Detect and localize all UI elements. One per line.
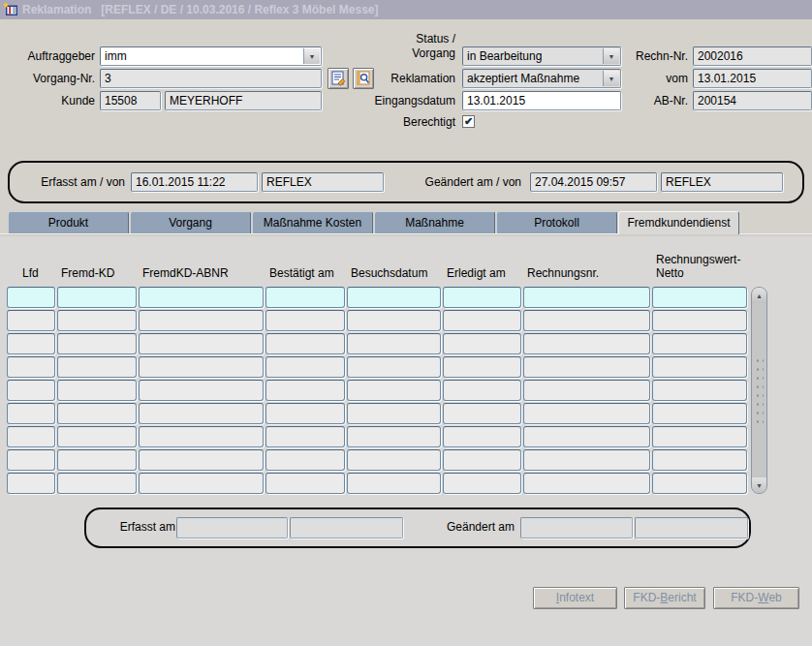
geaendert-user-field[interactable]: REFLEX: [661, 172, 783, 192]
table-cell-rechnungswert-netto[interactable]: [652, 380, 747, 401]
kunde-name-field[interactable]: MEYERHOFF: [165, 91, 322, 110]
table-cell-fremd-kd[interactable]: [57, 449, 137, 471]
table-cell-bestätigt-am[interactable]: [265, 356, 345, 378]
erfasst-am-user-field[interactable]: [290, 517, 403, 538]
scroll-up-icon[interactable]: ▲: [752, 288, 766, 303]
table-cell-lfd[interactable]: [7, 403, 55, 424]
eingangsdatum-field[interactable]: 13.01.2015: [462, 91, 621, 110]
table-cell-bestätigt-am[interactable]: [265, 403, 345, 424]
table-cell-fremdkd-abnr[interactable]: [139, 426, 264, 447]
table-cell-bestätigt-am[interactable]: [265, 287, 345, 308]
table-cell-rechnungswert-netto[interactable]: [652, 403, 747, 424]
table-cell-rechnungsnr[interactable]: [523, 380, 650, 401]
table-cell-lfd[interactable]: [7, 287, 55, 308]
table-cell-rechnungsnr[interactable]: [523, 310, 650, 331]
table-cell-fremdkd-abnr[interactable]: [139, 356, 264, 378]
table-cell-fremdkd-abnr[interactable]: [139, 287, 264, 308]
table-cell-besuchsdatum[interactable]: [347, 287, 441, 308]
geaendert-am-datum-field[interactable]: [520, 517, 633, 538]
status-vorgang-select[interactable]: in Bearbeitung ▼: [462, 46, 621, 66]
tab-produkt[interactable]: Produkt: [8, 211, 129, 233]
table-cell-erledigt-am[interactable]: [443, 287, 521, 308]
table-cell-besuchsdatum[interactable]: [347, 310, 441, 331]
erfasst-am-datum-field[interactable]: [176, 517, 288, 538]
tab-maßnahme[interactable]: Maßnahme: [374, 211, 495, 233]
scrollbar-grip[interactable]: [755, 356, 764, 426]
erfasst-user-field[interactable]: REFLEX: [262, 172, 384, 192]
table-cell-rechnungswert-netto[interactable]: [652, 426, 747, 447]
fkd-bericht-button[interactable]: FKD-Bericht: [624, 587, 705, 609]
table-cell-lfd[interactable]: [7, 356, 55, 378]
table-cell-besuchsdatum[interactable]: [347, 426, 441, 447]
table-cell-fremd-kd[interactable]: [57, 380, 137, 401]
scroll-down-icon[interactable]: ▼: [752, 477, 766, 493]
find-icon-button[interactable]: [353, 68, 374, 89]
table-cell-fremd-kd[interactable]: [57, 356, 137, 378]
table-cell-erledigt-am[interactable]: [443, 403, 521, 424]
tab-vorgang[interactable]: Vorgang: [130, 211, 251, 233]
table-cell-besuchsdatum[interactable]: [347, 403, 441, 424]
chevron-down-icon[interactable]: ▼: [603, 48, 619, 64]
vorgang-nr-field[interactable]: 3: [100, 69, 322, 88]
table-cell-rechnungswert-netto[interactable]: [652, 333, 747, 354]
table-cell-erledigt-am[interactable]: [443, 380, 521, 401]
table-scrollbar[interactable]: ▲ ▼: [751, 287, 767, 494]
edit-list-icon-button[interactable]: [328, 68, 349, 89]
tab-protokoll[interactable]: Protokoll: [496, 211, 617, 233]
table-cell-fremdkd-abnr[interactable]: [139, 403, 264, 424]
scrollbar-track[interactable]: [752, 303, 766, 477]
table-cell-bestätigt-am[interactable]: [265, 473, 345, 494]
berechtigt-checkbox[interactable]: ✔: [462, 115, 475, 128]
table-cell-besuchsdatum[interactable]: [347, 473, 441, 494]
chevron-down-icon[interactable]: ▼: [603, 71, 619, 86]
table-cell-besuchsdatum[interactable]: [347, 380, 441, 401]
table-cell-fremdkd-abnr[interactable]: [139, 449, 264, 471]
table-cell-fremd-kd[interactable]: [57, 473, 137, 494]
table-cell-rechnungswert-netto[interactable]: [652, 310, 747, 331]
table-cell-rechnungsnr[interactable]: [523, 473, 650, 494]
ab-nr-field[interactable]: 200154: [693, 91, 812, 110]
table-cell-besuchsdatum[interactable]: [347, 333, 441, 354]
table-cell-erledigt-am[interactable]: [443, 333, 521, 354]
table-cell-besuchsdatum[interactable]: [347, 449, 441, 471]
table-cell-rechnungsnr[interactable]: [523, 287, 650, 308]
tab-fremdkundendienst[interactable]: Fremdkundendienst: [618, 211, 739, 234]
table-cell-bestätigt-am[interactable]: [265, 426, 345, 447]
chevron-down-icon[interactable]: ▼: [303, 48, 320, 64]
table-cell-rechnungsnr[interactable]: [523, 449, 650, 471]
reklamation-select[interactable]: akzeptiert Maßnahme ▼: [462, 69, 621, 88]
table-cell-fremdkd-abnr[interactable]: [139, 380, 264, 401]
table-cell-fremd-kd[interactable]: [57, 333, 137, 354]
table-cell-fremd-kd[interactable]: [57, 310, 137, 331]
table-cell-bestätigt-am[interactable]: [265, 380, 345, 401]
table-cell-rechnungswert-netto[interactable]: [652, 473, 747, 494]
table-cell-rechnungswert-netto[interactable]: [652, 356, 747, 378]
table-cell-bestätigt-am[interactable]: [265, 310, 345, 331]
rechn-nr-field[interactable]: 2002016: [693, 46, 812, 66]
geaendert-datum-field[interactable]: 27.04.2015 09:57: [530, 172, 657, 192]
table-cell-erledigt-am[interactable]: [443, 473, 521, 494]
table-cell-erledigt-am[interactable]: [443, 449, 521, 471]
table-cell-erledigt-am[interactable]: [443, 426, 521, 447]
table-cell-lfd[interactable]: [7, 473, 55, 494]
table-cell-lfd[interactable]: [7, 380, 55, 401]
fkd-web-button[interactable]: FKD-Web: [713, 587, 799, 609]
table-cell-lfd[interactable]: [7, 333, 55, 354]
tab-maßnahme-kosten[interactable]: Maßnahme Kosten: [252, 211, 373, 233]
vom-field[interactable]: 13.01.2015: [693, 69, 812, 88]
table-cell-lfd[interactable]: [7, 449, 55, 471]
table-cell-lfd[interactable]: [7, 426, 55, 447]
table-cell-fremd-kd[interactable]: [57, 403, 137, 424]
table-cell-rechnungsnr[interactable]: [523, 426, 650, 447]
table-cell-fremd-kd[interactable]: [57, 426, 137, 447]
table-cell-lfd[interactable]: [7, 310, 55, 331]
table-cell-rechnungsnr[interactable]: [523, 403, 650, 424]
erfasst-datum-field[interactable]: 16.01.2015 11:22: [131, 172, 258, 192]
table-cell-rechnungsnr[interactable]: [523, 356, 650, 378]
table-cell-erledigt-am[interactable]: [443, 310, 521, 331]
table-cell-bestätigt-am[interactable]: [265, 333, 345, 354]
table-cell-fremdkd-abnr[interactable]: [139, 333, 264, 354]
table-cell-besuchsdatum[interactable]: [347, 356, 441, 378]
table-cell-fremdkd-abnr[interactable]: [139, 310, 264, 331]
infotext-button[interactable]: Infotext: [533, 587, 617, 609]
